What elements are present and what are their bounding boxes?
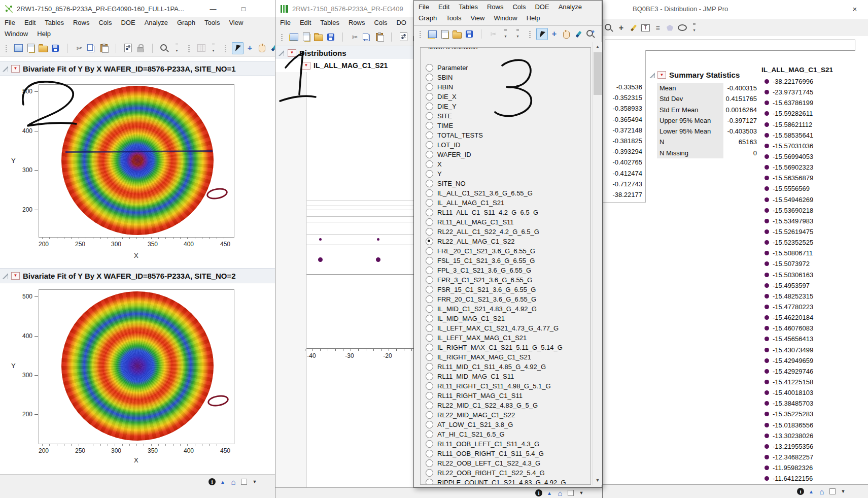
info-icon[interactable]: i <box>534 488 544 498</box>
radio-button-icon[interactable] <box>426 267 433 274</box>
menu-item-help[interactable]: Help <box>32 28 55 40</box>
radio-button-icon[interactable] <box>426 93 433 101</box>
radio-option-rl22_all_mag_c1_s22[interactable]: RL22_ALL_MAG_C1_S22 <box>421 237 591 246</box>
menu-item-window[interactable]: Window <box>489 13 522 24</box>
radio-button-icon[interactable] <box>426 334 433 342</box>
new-window-icon[interactable] <box>13 42 24 54</box>
disclosure-icon[interactable] <box>279 50 284 56</box>
paste-icon[interactable] <box>98 42 110 54</box>
radio-button-icon[interactable] <box>426 228 433 236</box>
radio-button-icon[interactable] <box>426 392 433 400</box>
filter-input[interactable] <box>605 40 855 51</box>
menu-item-edit[interactable]: Edit <box>434 2 454 13</box>
radio-option-x[interactable]: X <box>421 159 591 169</box>
menu-item-file[interactable]: File <box>275 17 295 28</box>
radio-button-icon[interactable] <box>426 305 433 313</box>
journal-icon[interactable] <box>25 42 37 54</box>
menu-item-tools[interactable]: Tools <box>200 17 224 28</box>
menu-item-view[interactable]: View <box>224 17 248 28</box>
radio-button-icon[interactable] <box>426 199 433 207</box>
radio-button-icon[interactable] <box>426 353 433 361</box>
cut-icon[interactable]: ✂ <box>349 31 361 43</box>
menu-item-cols[interactable]: Cols <box>369 17 392 28</box>
caret-icon[interactable]: ▼ <box>250 477 260 487</box>
menu-item-doe[interactable]: DOE <box>116 17 140 28</box>
pencil-icon[interactable] <box>628 22 639 34</box>
menu-item-edit[interactable]: Edit <box>20 17 40 28</box>
radio-option-rl11_right_c1_s11_4.98_g_5.1_g[interactable]: RL11_RIGHT_C1_S11_4.98_G_5.1_G <box>421 381 591 391</box>
radio-button-icon[interactable] <box>426 286 433 293</box>
radio-option-frl_20_c1_s21_3.6_g_6.55_g[interactable]: FRL_20_C1_S21_3.6_G_6.55_G <box>421 246 591 256</box>
radio-button-icon[interactable] <box>426 122 433 129</box>
hotspot-menu-icon[interactable]: ▼ <box>288 49 296 57</box>
radio-button-icon[interactable] <box>426 103 433 110</box>
dialog-scrollbar[interactable]: ▲ ▼ <box>593 42 602 485</box>
hotspot-menu-icon[interactable]: ▼ <box>302 62 310 70</box>
radio-button-icon[interactable] <box>426 440 433 448</box>
menu-item-analyze[interactable]: Analyze <box>554 2 586 13</box>
radio-button-icon[interactable] <box>426 430 433 438</box>
radio-button-icon[interactable] <box>426 170 433 178</box>
minimize-button[interactable]: — <box>205 5 221 13</box>
radio-option-il_all_c1_s21_3.6_g_6.55_g[interactable]: IL_ALL_C1_S21_3.6_G_6.55_G <box>421 188 591 198</box>
move-icon[interactable]: + <box>244 42 256 54</box>
radio-button-icon[interactable] <box>426 160 433 168</box>
radio-button-icon[interactable] <box>426 295 433 303</box>
radio-option-rl11_right_mag_c1_s11[interactable]: RL11_RIGHT_MAG_C1_S11 <box>421 391 591 401</box>
menu-item-graph[interactable]: Graph <box>172 17 200 28</box>
radio-button-icon[interactable] <box>426 189 433 197</box>
properties-icon[interactable] <box>122 42 134 54</box>
disclosure-icon[interactable] <box>3 66 8 72</box>
radio-option-rl22_oob_right_c1_s22_5.4_g[interactable]: RL22_OOB_RIGHT_C1_S22_5.4_G <box>421 468 591 478</box>
text-box-icon[interactable]: T <box>640 22 651 34</box>
caret-icon[interactable]: ▼ <box>576 488 586 498</box>
caret-icon[interactable]: ▼ <box>838 486 848 496</box>
radio-button-icon[interactable] <box>426 363 433 371</box>
radio-option-il_right_max_c1_s21_5.11_g_5.14_g[interactable]: IL_RIGHT_MAX_C1_S21_5.11_G_5.14_G <box>421 343 591 352</box>
radio-option-hbin[interactable]: HBIN <box>421 82 591 92</box>
lock-icon[interactable] <box>134 42 146 54</box>
radio-button-icon[interactable] <box>426 459 433 467</box>
arrow-cursor-icon[interactable] <box>232 42 244 54</box>
disclosure-icon[interactable] <box>3 273 8 279</box>
radio-option-il_right_max_mag_c1_s21[interactable]: IL_RIGHT_MAX_MAG_C1_S21 <box>421 352 591 362</box>
overflow-icon[interactable]: ▾ <box>500 28 511 40</box>
radio-button-icon[interactable] <box>426 315 433 322</box>
hotspot-menu-icon[interactable]: ▼ <box>657 71 666 79</box>
radio-option-il_all_mag_c1_s21[interactable]: IL_ALL_MAG_C1_S21 <box>421 198 591 208</box>
menu-item-cols[interactable]: Cols <box>508 2 530 13</box>
brush-icon[interactable] <box>573 28 584 40</box>
radio-button-icon[interactable] <box>426 324 433 332</box>
radio-option-die_x[interactable]: DIE_X <box>421 92 591 102</box>
home-icon[interactable]: ⌂ <box>817 486 827 496</box>
menu-item-analyze[interactable]: Analyze <box>140 17 172 28</box>
menu-item-rows[interactable]: Rows <box>68 17 94 28</box>
radio-button-icon[interactable] <box>426 238 433 245</box>
save-icon[interactable] <box>325 31 336 43</box>
save-icon[interactable] <box>49 42 61 54</box>
menu-item-window[interactable]: Window <box>0 28 32 40</box>
info-icon[interactable]: i <box>207 477 217 487</box>
scrollbar-thumb[interactable] <box>594 52 602 95</box>
radio-option-fsr_15_c1_s21_3.6_g_6.55_g[interactable]: FSR_15_C1_S21_3.6_G_6.55_G <box>421 285 591 294</box>
checkbox-icon[interactable] <box>566 488 576 498</box>
jump-top-icon[interactable]: ▲ <box>218 477 228 487</box>
radio-button-icon[interactable] <box>426 382 433 390</box>
overflow-icon[interactable]: ▾ <box>597 28 602 40</box>
menu-item-doe[interactable]: DOE <box>530 2 553 13</box>
properties-icon[interactable] <box>398 31 409 43</box>
menu-item-file[interactable]: File <box>0 17 20 28</box>
menu-item-help[interactable]: Help <box>522 13 545 24</box>
close-button[interactable]: × <box>847 5 862 13</box>
radio-option-il_left_max_c1_s21_4.73_g_4.77_g[interactable]: IL_LEFT_MAX_C1_S21_4.73_G_4.77_G <box>421 323 591 333</box>
plus-icon[interactable]: + <box>615 22 627 34</box>
copy-icon[interactable] <box>361 31 373 43</box>
menu-item-rows[interactable]: Rows <box>344 17 370 28</box>
radio-button-icon[interactable] <box>426 131 433 139</box>
radio-button-icon[interactable] <box>426 373 433 380</box>
jump-top-icon[interactable]: ▲ <box>806 486 816 496</box>
radio-button-icon[interactable] <box>426 247 433 255</box>
radio-option-rl22_mid_c1_s22_4.83_g_5_g[interactable]: RL22_MID_C1_S22_4.83_G_5_G <box>421 401 591 410</box>
menu-item-view[interactable]: View <box>466 13 490 24</box>
radio-button-icon[interactable] <box>426 83 433 91</box>
